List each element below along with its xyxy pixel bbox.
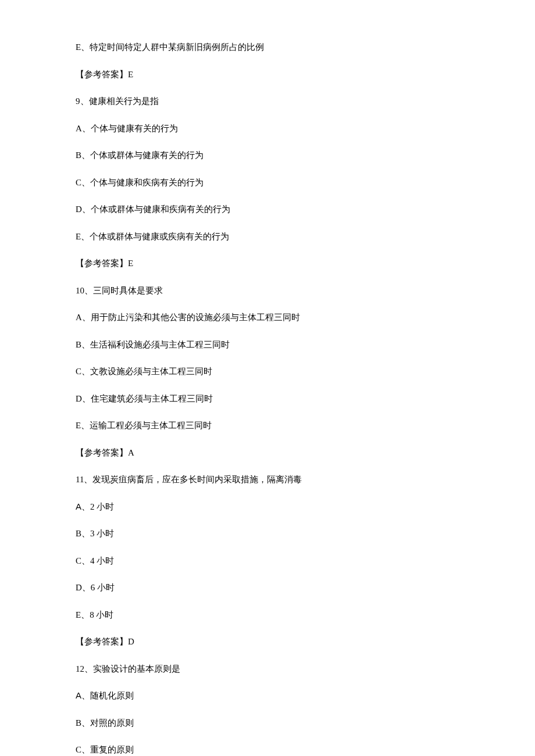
option-prefix: D、 [76,583,91,592]
option-prefix: B、 [76,151,90,160]
text-line: E、运输工程必须与主体工程三同时 [76,419,459,432]
text-line: E、特定时间特定人群中某病新旧病例所占的比例 [76,41,459,54]
question-text: 健康相关行为是指 [89,96,159,106]
option-text: 6 小时 [91,583,115,592]
text-line: A、用于防止污染和其他公害的设施必须与主体工程三同时 [76,311,459,324]
text-line: B、生活福利设施必须与主体工程三同时 [76,338,459,352]
option-prefix: E、 [76,42,90,52]
text-line: 【参考答案】A [76,446,459,460]
answer-text: 【参考答案】D [76,637,134,646]
text-line: E、8 小时 [76,608,459,622]
option-text: 2 小时 [90,502,114,511]
option-prefix: A、 [76,124,91,133]
option-text: 对照的原则 [90,718,134,728]
text-line: D、个体或群体与健康和疾病有关的行为 [76,203,459,216]
option-prefix: D、 [76,394,91,403]
answer-text: 【参考答案】A [76,448,134,457]
text-line: D、住宅建筑必须与主体工程三同时 [76,392,459,406]
text-line: D、6 小时 [76,581,459,594]
option-text: 个体或群体与健康和疾病有关的行为 [91,205,230,214]
option-text: 住宅建筑必须与主体工程三同时 [91,394,213,403]
option-text: 随机化原则 [90,691,134,700]
question-text: 实验设计的基本原则是 [93,664,180,673]
option-prefix: B、 [76,340,90,349]
option-prefix: B、 [76,718,90,728]
option-text: 生活福利设施必须与主体工程三同时 [90,340,230,349]
option-text: 个体与健康有关的行为 [91,124,178,133]
option-text: 个体与健康和疾病有关的行为 [90,178,204,187]
option-text: 特定时间特定人群中某病新旧病例所占的比例 [90,42,264,52]
option-prefix: E、 [76,610,90,619]
text-line: 9、健康相关行为是指 [76,95,459,108]
document-page: E、特定时间特定人群中某病新旧病例所占的比例 【参考答案】E 9、健康相关行为是… [0,0,535,756]
option-prefix: C、 [76,178,90,187]
text-line: 10、三同时具体是要求 [76,284,459,298]
option-text: 重复的原则 [90,745,134,754]
option-text: 4 小时 [90,556,114,565]
option-prefix: E、 [76,421,90,430]
option-text: 用于防止污染和其他公害的设施必须与主体工程三同时 [91,313,300,322]
text-line: 11、发现炭疽病畜后，应在多长时间内采取措施，隔离消毒 [76,473,459,486]
question-number: 11、 [76,475,92,484]
question-text: 三同时具体是要求 [93,286,163,295]
option-prefix: A、 [76,313,91,322]
text-line: A、2 小时 [76,500,459,514]
text-line: 12、实验设计的基本原则是 [76,662,459,676]
option-text: 3 小时 [90,529,114,538]
text-line: C、重复的原则 [76,743,459,756]
option-prefix: B、 [76,529,90,538]
option-text: 运输工程必须与主体工程三同时 [90,421,212,430]
option-text: 个体或群体与健康或疾病有关的行为 [90,232,229,241]
option-prefix: A、 [76,501,90,511]
question-number: 9、 [76,96,89,106]
option-prefix: E、 [76,232,90,241]
option-prefix: C、 [76,745,90,754]
text-line: B、对照的原则 [76,716,459,730]
option-prefix: C、 [76,367,90,376]
text-line: C、个体与健康和疾病有关的行为 [76,176,459,189]
option-prefix: C、 [76,556,90,565]
option-text: 8 小时 [90,610,113,619]
text-line: A、个体与健康有关的行为 [76,122,459,135]
option-text: 个体或群体与健康有关的行为 [90,151,204,160]
text-line: A、随机化原则 [76,689,459,703]
question-number: 10、 [76,286,93,295]
answer-text: 【参考答案】E [76,70,133,79]
text-line: C、文教设施必须与主体工程三同时 [76,365,459,378]
text-line: E、个体或群体与健康或疾病有关的行为 [76,230,459,243]
text-line: C、4 小时 [76,554,459,568]
question-text: 发现炭疽病畜后，应在多长时间内采取措施，隔离消毒 [92,475,302,484]
text-line: B、个体或群体与健康有关的行为 [76,149,459,162]
option-prefix: D、 [76,205,91,214]
text-line: 【参考答案】E [76,68,459,81]
text-line: 【参考答案】D [76,635,459,648]
option-prefix: A、 [76,690,90,700]
text-line: 【参考答案】E [76,257,459,270]
option-text: 文教设施必须与主体工程三同时 [90,367,212,376]
text-line: B、3 小时 [76,527,459,540]
question-number: 12、 [76,664,93,673]
answer-text: 【参考答案】E [76,259,133,268]
